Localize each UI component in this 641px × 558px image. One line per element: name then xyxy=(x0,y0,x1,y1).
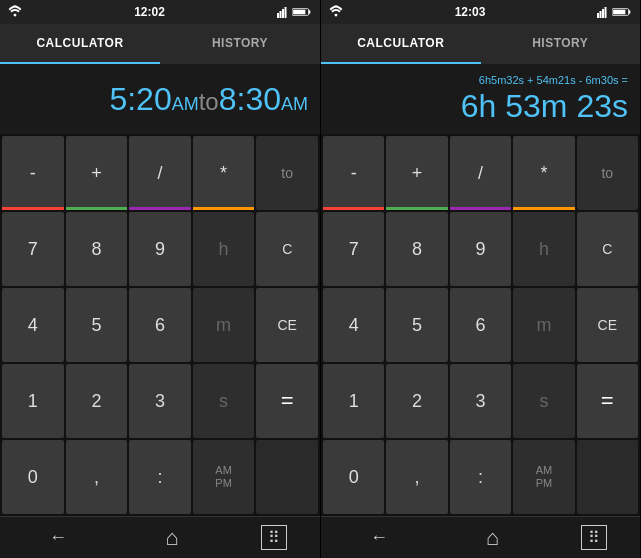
key-s-1[interactable]: s xyxy=(193,364,255,438)
key-8-1[interactable]: 8 xyxy=(66,212,128,286)
key-1-2[interactable]: 1 xyxy=(323,364,384,438)
back-button-2[interactable]: ← xyxy=(354,519,404,556)
svg-rect-11 xyxy=(602,9,604,18)
time-start: 5:20 xyxy=(109,81,171,117)
keypad-2: - + / * to 7 8 9 h C 4 5 6 m CE 1 2 3 s … xyxy=(321,134,640,516)
key-comma-1[interactable]: , xyxy=(66,440,128,514)
key-eq-2[interactable]: = xyxy=(577,364,638,438)
key-mul-1[interactable]: * xyxy=(193,136,255,210)
status-left-2 xyxy=(329,5,343,19)
key-c-1[interactable]: C xyxy=(256,212,318,286)
key-9-2[interactable]: 9 xyxy=(450,212,511,286)
display-1: 5:20AMto8:30AM xyxy=(0,64,320,134)
key-to-2[interactable]: to xyxy=(577,136,638,210)
key-minus-2[interactable]: - xyxy=(323,136,384,210)
key-9-1[interactable]: 9 xyxy=(129,212,191,286)
tab-calculator-1[interactable]: CALCULATOR xyxy=(0,24,160,64)
tab-history-1[interactable]: HISTORY xyxy=(160,24,320,64)
key-colon-2[interactable]: : xyxy=(450,440,511,514)
display-value-1: 5:20AMto8:30AM xyxy=(109,81,308,118)
svg-rect-3 xyxy=(282,9,284,18)
status-time-1: 12:02 xyxy=(134,5,165,19)
phone-1: 12:02 CALCULATOR HISTORY 5:20AMto8:30AM … xyxy=(0,0,320,558)
key-h-2[interactable]: h xyxy=(513,212,574,286)
svg-point-0 xyxy=(14,14,17,17)
key-ampm-2[interactable]: AMPM xyxy=(513,440,574,514)
key-2-2[interactable]: 2 xyxy=(386,364,447,438)
key-m-1[interactable]: m xyxy=(193,288,255,362)
key-6-2[interactable]: 6 xyxy=(450,288,511,362)
svg-rect-10 xyxy=(599,11,601,18)
signal-icon-1 xyxy=(277,6,289,18)
svg-rect-7 xyxy=(293,10,305,14)
key-0-2[interactable]: 0 xyxy=(323,440,384,514)
key-1-1[interactable]: 1 xyxy=(2,364,64,438)
phone-2: 12:03 CALCULATOR HISTORY 6h5m32s + 54m21… xyxy=(320,0,640,558)
tab-history-2[interactable]: HISTORY xyxy=(481,24,641,64)
status-icons-1 xyxy=(277,6,312,18)
key-4-1[interactable]: 4 xyxy=(2,288,64,362)
key-m-2[interactable]: m xyxy=(513,288,574,362)
display-formula-2: 6h5m32s + 54m21s - 6m30s = xyxy=(479,74,628,86)
tabs-1: CALCULATOR HISTORY xyxy=(0,24,320,64)
key-4-2[interactable]: 4 xyxy=(323,288,384,362)
display-value-2: 6h 53m 23s xyxy=(461,88,628,125)
key-ce-2[interactable]: CE xyxy=(577,288,638,362)
ampm-start: AM xyxy=(172,94,199,114)
svg-rect-14 xyxy=(629,10,631,13)
nav-bar-2: ← ⌂ ⠿ xyxy=(321,516,640,558)
key-colon-1[interactable]: : xyxy=(129,440,191,514)
key-s-2[interactable]: s xyxy=(513,364,574,438)
key-div-1[interactable]: / xyxy=(129,136,191,210)
svg-point-8 xyxy=(335,14,338,17)
home-button-1[interactable]: ⌂ xyxy=(149,517,194,559)
key-eq-1[interactable]: = xyxy=(256,364,318,438)
svg-rect-9 xyxy=(597,13,599,18)
home-button-2[interactable]: ⌂ xyxy=(470,517,515,559)
key-6-1[interactable]: 6 xyxy=(129,288,191,362)
key-comma-2[interactable]: , xyxy=(386,440,447,514)
nav-bar-1: ← ⌂ ⠿ xyxy=(0,516,320,558)
key-5-1[interactable]: 5 xyxy=(66,288,128,362)
key-2-1[interactable]: 2 xyxy=(66,364,128,438)
key-3-2[interactable]: 3 xyxy=(450,364,511,438)
keypad-1: - + / * to 7 8 9 h C 4 5 6 m CE 1 2 3 s … xyxy=(0,134,320,516)
signal-icon-2 xyxy=(597,6,609,18)
key-to-1[interactable]: to xyxy=(256,136,318,210)
wifi-icon xyxy=(8,5,22,17)
key-plus-1[interactable]: + xyxy=(66,136,128,210)
key-div-2[interactable]: / xyxy=(450,136,511,210)
key-c-2[interactable]: C xyxy=(577,212,638,286)
result-display-2: 6h 53m 23s xyxy=(461,88,628,124)
status-icons-2 xyxy=(597,6,632,18)
key-ce-1[interactable]: CE xyxy=(256,288,318,362)
key-5-2[interactable]: 5 xyxy=(386,288,447,362)
ampm-end: AM xyxy=(281,94,308,114)
battery-icon-2 xyxy=(612,6,632,18)
key-mul-2[interactable]: * xyxy=(513,136,574,210)
wifi-icon-2 xyxy=(329,5,343,17)
tab-calculator-2[interactable]: CALCULATOR xyxy=(321,24,481,64)
back-button-1[interactable]: ← xyxy=(33,519,83,556)
tabs-2: CALCULATOR HISTORY xyxy=(321,24,640,64)
key-0-1[interactable]: 0 xyxy=(2,440,64,514)
svg-rect-4 xyxy=(284,7,286,18)
key-7-1[interactable]: 7 xyxy=(2,212,64,286)
status-bar-2: 12:03 xyxy=(321,0,640,24)
key-ampm-1[interactable]: AMPM xyxy=(193,440,255,514)
key-h-1[interactable]: h xyxy=(193,212,255,286)
status-left-1 xyxy=(8,5,22,19)
time-end: 8:30 xyxy=(219,81,281,117)
key-minus-1[interactable]: - xyxy=(2,136,64,210)
key-7-2[interactable]: 7 xyxy=(323,212,384,286)
key-8-2[interactable]: 8 xyxy=(386,212,447,286)
recent-button-2[interactable]: ⠿ xyxy=(581,525,607,550)
to-label-1: to xyxy=(199,88,219,115)
svg-rect-1 xyxy=(277,13,279,18)
display-2: 6h5m32s + 54m21s - 6m30s = 6h 53m 23s xyxy=(321,64,640,134)
recent-button-1[interactable]: ⠿ xyxy=(261,525,287,550)
key-3-1[interactable]: 3 xyxy=(129,364,191,438)
key-plus-2[interactable]: + xyxy=(386,136,447,210)
svg-rect-2 xyxy=(279,11,281,18)
status-bar-1: 12:02 xyxy=(0,0,320,24)
